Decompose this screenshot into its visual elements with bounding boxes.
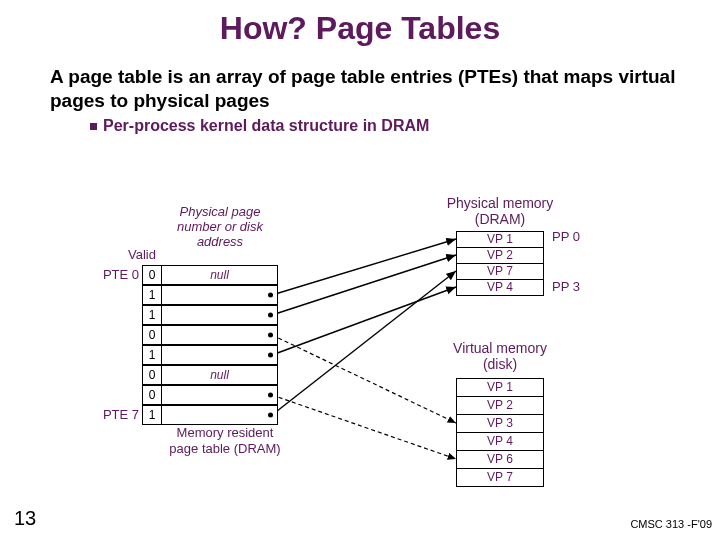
addr-cell: null [162, 265, 278, 285]
addr-cell: null [162, 365, 278, 385]
addr-cell [162, 405, 278, 425]
disk-cell: VP 1 [457, 379, 543, 397]
valid-cell: 1 [142, 405, 162, 425]
table-row: 0 [142, 385, 278, 405]
disk-cell: VP 3 [457, 415, 543, 433]
disk-header: Virtual memory (disk) [440, 340, 560, 372]
pointer-dot-icon [268, 333, 273, 338]
table-row: 1 [142, 345, 278, 365]
arrow-overlay [0, 185, 720, 505]
dram-header: Physical memory (DRAM) [440, 195, 560, 227]
footer-text: CMSC 313 -F'09 [630, 518, 712, 530]
bullet-icon [90, 123, 97, 130]
pointer-dot-icon [268, 413, 273, 418]
svg-line-2 [272, 287, 456, 355]
valid-cell: 1 [142, 305, 162, 325]
valid-cell: 0 [142, 265, 162, 285]
bullet-text: Per-process kernel data structure in DRA… [103, 117, 429, 134]
pointer-dot-icon [268, 393, 273, 398]
slide-title: How? Page Tables [0, 10, 720, 47]
valid-cell: 1 [142, 285, 162, 305]
valid-header: Valid [128, 247, 156, 262]
addr-cell [162, 285, 278, 305]
addr-cell [162, 385, 278, 405]
table-row: 0 [142, 325, 278, 345]
diagram: Valid Physical page number or disk addre… [0, 185, 720, 505]
pte-label-last: PTE 7 [94, 407, 139, 422]
addr-cell [162, 325, 278, 345]
bullet-line: Per-process kernel data structure in DRA… [90, 117, 720, 135]
disk-cell: VP 4 [457, 433, 543, 451]
svg-line-5 [272, 395, 456, 459]
dram-cell: VP 2 [457, 248, 543, 264]
valid-cell: 0 [142, 325, 162, 345]
svg-line-0 [272, 239, 456, 295]
table-row: 1 [142, 285, 278, 305]
dram-cell: VP 4 [457, 280, 543, 295]
table-row: 1 [142, 405, 278, 425]
valid-cell: 1 [142, 345, 162, 365]
svg-line-3 [272, 271, 456, 415]
pte-label-first: PTE 0 [94, 267, 139, 282]
pp-label: PP 0 [552, 229, 580, 244]
disk-cell: VP 6 [457, 451, 543, 469]
pp-label: PP 3 [552, 279, 580, 294]
table-row: 1 [142, 305, 278, 325]
pointer-dot-icon [268, 353, 273, 358]
dram-cell: VP 1 [457, 232, 543, 248]
addr-header: Physical page number or disk address [170, 205, 270, 250]
valid-cell: 0 [142, 365, 162, 385]
page-number: 13 [14, 507, 36, 530]
pointer-dot-icon [268, 293, 273, 298]
disk-table: VP 1VP 2VP 3VP 4VP 6VP 7 [456, 378, 544, 487]
addr-cell [162, 305, 278, 325]
svg-line-4 [272, 335, 456, 423]
dram-cell: VP 7 [457, 264, 543, 280]
page-table: 0null11010null01 [142, 265, 278, 425]
slide-subtitle: A page table is an array of page table e… [50, 65, 680, 113]
pointer-dot-icon [268, 313, 273, 318]
disk-cell: VP 7 [457, 469, 543, 486]
table-row: 0null [142, 265, 278, 285]
table-row: 0null [142, 365, 278, 385]
disk-cell: VP 2 [457, 397, 543, 415]
svg-line-1 [272, 255, 456, 315]
dram-table: VP 1VP 2VP 7VP 4 [456, 231, 544, 296]
valid-cell: 0 [142, 385, 162, 405]
page-table-caption: Memory resident page table (DRAM) [165, 425, 285, 456]
addr-cell [162, 345, 278, 365]
